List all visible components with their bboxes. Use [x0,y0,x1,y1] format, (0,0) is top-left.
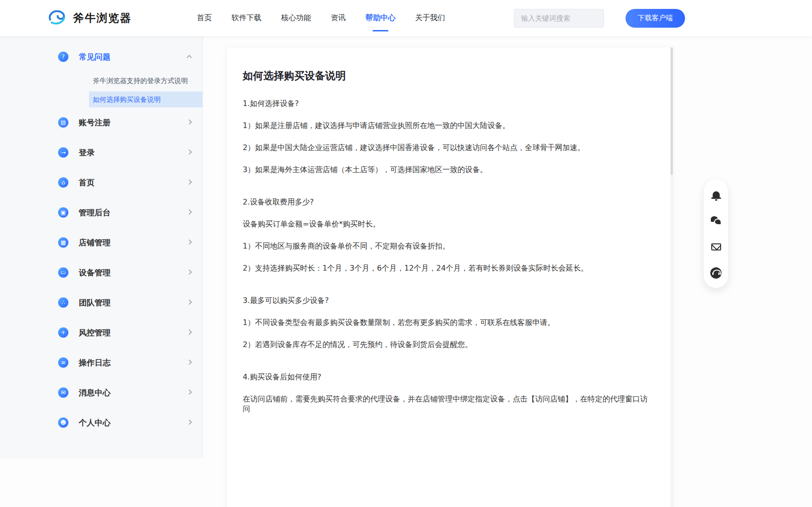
nav-item-about[interactable]: 关于我们 [405,0,455,36]
article-line: 2）若遇到设备库存不足的情况，可先预约，待设备到货后会提醒您。 [243,340,652,349]
sidebar-item-label: 个人中心 [79,417,111,428]
login-icon: → [58,147,68,158]
chevron-right-icon [186,420,192,425]
team-icon: ∴ [58,297,68,308]
admin-console-icon: ▣ [58,207,68,218]
nav-item-features[interactable]: 核心功能 [271,0,321,36]
brand-name: 斧牛浏览器 [73,11,132,25]
message-icon: ✉ [58,387,68,398]
article-line: 设备购买订单金额=设备单价*购买时长。 [243,219,652,229]
chevron-right-icon [186,330,192,335]
sidebar-item-label: 消息中心 [79,387,111,398]
article-line: 在访问店铺前，需要先购买符合要求的代理设备，并在店铺管理中绑定指定设备，点击【访… [243,394,652,414]
content-scrollbar[interactable] [670,47,673,507]
brand-logo-icon [47,9,67,28]
sidebar-item-label: 设备管理 [79,267,111,278]
sidebar-item-label: 管理后台 [79,207,111,218]
chevron-right-icon [186,300,192,305]
article-section-choose-device: 1.如何选择设备? 1）如果是注册店铺，建议选择与申请店铺营业执照所在地一致的中… [243,98,652,174]
article-section-device-fees: 2.设备收取费用多少? 设备购买订单金额=设备单价*购买时长。 1）不同地区与服… [243,197,652,273]
sidebar-subitem-choose-device[interactable]: 如何选择购买设备说明 [89,91,202,107]
sidebar-item-admin-console[interactable]: ▣ 管理后台 [0,197,202,227]
log-icon: ≡ [58,357,68,368]
nav-item-home[interactable]: 首页 [187,0,222,36]
article-line: 1.如何选择设备? [243,98,652,108]
sidebar-item-operation-log[interactable]: ≡ 操作日志 [0,348,202,378]
brand-logo[interactable]: 斧牛浏览器 [47,9,132,28]
sidebar-item-message-center[interactable]: ✉ 消息中心 [0,378,202,408]
home-icon: ⌂ [58,177,68,188]
nav-item-download[interactable]: 软件下载 [222,0,271,36]
chevron-right-icon [186,360,192,365]
search-input[interactable] [514,9,604,28]
sidebar-item-shop-management[interactable]: ▦ 店铺管理 [0,227,202,257]
sidebar-item-personal-center[interactable]: ☻ 个人中心 [0,408,202,438]
help-sidebar: ? 常见问题 斧牛浏览器支持的登录方式说明 如何选择购买设备说明 ▤ 账号注册 … [0,36,203,459]
shop-icon: ▦ [58,237,68,248]
sidebar-item-label: 店铺管理 [79,237,111,248]
sidebar-item-device-management[interactable]: ▭ 设备管理 [0,257,202,288]
article-section-usage: 4.购买设备后如何使用? 在访问店铺前，需要先购买符合要求的代理设备，并在店铺管… [243,372,652,414]
sidebar-item-label: 账号注册 [79,117,111,128]
article-line: 1）不同设备类型会有最多购买设备数量限制，若您有更多购买的需求，可联系在线客服申… [243,318,652,327]
chevron-right-icon [186,240,192,245]
chevron-up-icon [186,55,192,60]
sidebar-item-label: 操作日志 [79,357,111,368]
article-line: 1）不同地区与服务商的设备单价不同，不定期会有设备折扣。 [243,241,652,251]
top-header: 斧牛浏览器 首页 软件下载 核心功能 资讯 帮助中心 关于我们 下载客户端 [0,0,812,36]
chevron-right-icon [186,150,192,155]
article-line: 4.购买设备后如何使用? [243,372,652,382]
main-nav: 首页 软件下载 核心功能 资讯 帮助中心 关于我们 [187,0,455,36]
article-line: 2）支持选择购买时长：1个月，3个月，6个月，12个月，24个月，若有时长券则设… [243,263,652,273]
device-icon: ▭ [58,267,68,278]
scrollbar-thumb[interactable] [670,47,673,175]
bell-icon[interactable] [710,189,722,200]
article-content: 如何选择购买设备说明 1.如何选择设备? 1）如果是注册店铺，建议选择与申请店铺… [226,47,673,507]
chevron-right-icon [186,180,192,185]
sidebar-item-label: 团队管理 [79,297,111,308]
id-card-icon: ▤ [58,117,68,128]
article-line: 3）如果是海外主体运营店铺（本土店等），可选择国家地区一致的设备。 [243,165,652,174]
article-line: 2）如果是中国大陆企业运营店铺，建议选择中国香港设备，可以快速访问各个站点，全球… [243,143,652,152]
sidebar-item-label: 登录 [79,147,95,158]
sidebar-item-account-register[interactable]: ▤ 账号注册 [0,107,202,137]
chevron-right-icon [186,210,192,215]
article-section-purchase-limit: 3.最多可以购买多少设备? 1）不同设备类型会有最多购买设备数量限制，若您有更多… [243,295,652,349]
sidebar-item-login[interactable]: → 登录 [0,137,202,167]
chevron-right-icon [186,390,192,395]
sidebar-item-homepage[interactable]: ⌂ 首页 [0,167,202,197]
floating-contact-toolbar [704,179,728,288]
sidebar-item-team-management[interactable]: ∴ 团队管理 [0,288,202,318]
article-line: 1）如果是注册店铺，建议选择与申请店铺营业执照所在地一致的中国大陆设备。 [243,121,652,130]
wechat-icon[interactable] [710,215,722,226]
sidebar-item-label: 风控管理 [79,327,111,338]
download-client-button[interactable]: 下载客户端 [626,9,685,28]
shield-icon: + [58,327,68,338]
customer-service-icon[interactable] [710,267,722,279]
page-title: 如何选择购买设备说明 [243,69,652,83]
article-line: 3.最多可以购买多少设备? [243,295,652,305]
user-icon: ☻ [58,417,68,428]
question-circle-icon: ? [58,52,68,62]
sidebar-item-label: 首页 [79,177,95,188]
sidebar-item-label: 常见问题 [79,52,111,62]
sidebar-item-risk-management[interactable]: + 风控管理 [0,318,202,348]
chevron-right-icon [186,120,192,125]
chevron-right-icon [186,270,192,275]
sidebar-item-faq[interactable]: ? 常见问题 [0,42,202,72]
article-line: 2.设备收取费用多少? [243,197,652,207]
nav-item-help-center[interactable]: 帮助中心 [356,0,405,36]
mail-icon[interactable] [710,241,722,252]
sidebar-subitem-login-methods[interactable]: 斧牛浏览器支持的登录方式说明 [89,72,202,90]
page: 斧牛浏览器 首页 软件下载 核心功能 资讯 帮助中心 关于我们 下载客户端 ? … [0,0,812,507]
nav-item-news[interactable]: 资讯 [321,0,356,36]
